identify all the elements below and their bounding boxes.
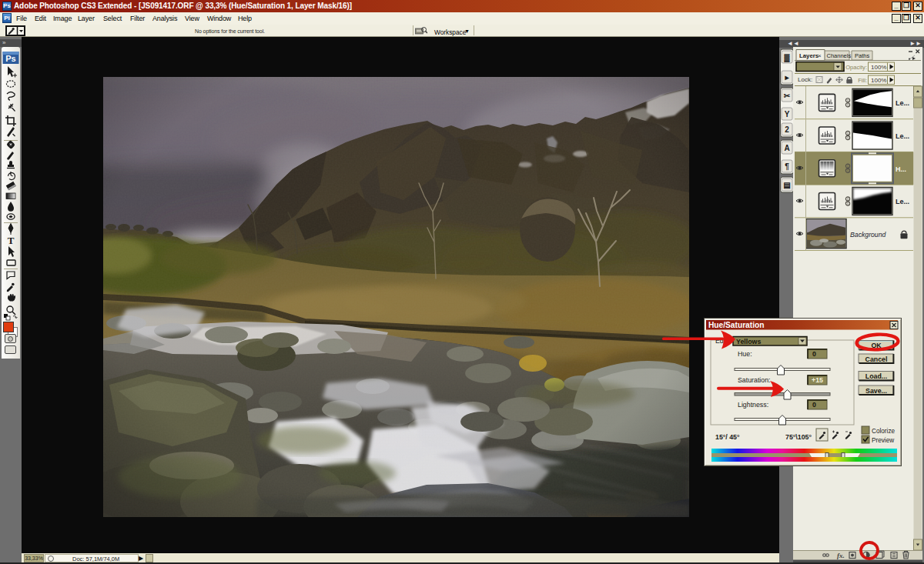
svg-text:15°/ 45°: 15°/ 45° <box>715 433 740 441</box>
svg-text:100%: 100% <box>871 64 886 71</box>
svg-text:Le...: Le... <box>896 198 909 205</box>
svg-text:H...: H... <box>896 165 906 173</box>
svg-text:▓: ▓ <box>784 53 790 62</box>
svg-text:Edit:: Edit: <box>715 337 729 345</box>
svg-text:fx.: fx. <box>837 552 845 559</box>
svg-text:Le...: Le... <box>896 99 909 107</box>
svg-text:×: × <box>818 52 822 59</box>
svg-text:Yellows: Yellows <box>736 338 761 345</box>
svg-text:Y: Y <box>785 110 790 118</box>
svg-text:Lightness:: Lightness: <box>738 401 768 409</box>
svg-text:2: 2 <box>785 125 789 134</box>
svg-text:T: T <box>8 235 15 246</box>
svg-text:75°\105°: 75°\105° <box>785 433 812 441</box>
svg-text:✂: ✂ <box>784 92 791 100</box>
svg-text:Le...: Le... <box>896 132 909 140</box>
svg-text:0: 0 <box>812 350 816 358</box>
svg-text:100%: 100% <box>871 77 886 84</box>
svg-text:▤: ▤ <box>783 181 790 189</box>
svg-text:Opacity:: Opacity: <box>845 64 867 71</box>
svg-text:Channels: Channels <box>827 52 852 59</box>
svg-text:Hue/Saturation: Hue/Saturation <box>708 321 764 329</box>
svg-text:Background: Background <box>850 231 887 239</box>
svg-text:OK: OK <box>871 342 882 349</box>
svg-text:Lock:: Lock: <box>798 76 812 83</box>
svg-text:A: A <box>784 144 789 152</box>
svg-text:Ps: Ps <box>5 54 15 63</box>
svg-text:Colorize: Colorize <box>872 428 895 435</box>
svg-text:Load...: Load... <box>865 372 887 380</box>
svg-text:▸: ▸ <box>784 73 789 82</box>
svg-text:Cancel: Cancel <box>865 355 888 363</box>
svg-text:Fill:: Fill: <box>858 77 867 84</box>
svg-text:Save...: Save... <box>865 387 887 395</box>
svg-text:¶: ¶ <box>785 162 789 171</box>
svg-text:Paths: Paths <box>855 52 869 59</box>
svg-text:Layers: Layers <box>799 52 819 59</box>
svg-text:+15: +15 <box>812 376 823 384</box>
svg-text:Hue:: Hue: <box>738 350 752 358</box>
svg-text:0: 0 <box>812 401 816 409</box>
svg-text:Saturation:: Saturation: <box>738 376 771 384</box>
svg-text:Preview: Preview <box>872 437 894 444</box>
